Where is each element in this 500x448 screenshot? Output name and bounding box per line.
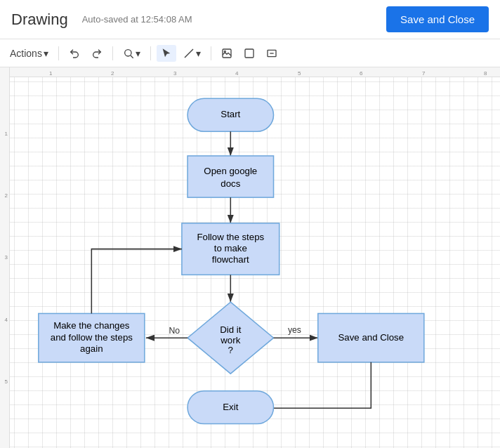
make-changes-label3: again bbox=[80, 343, 103, 354]
did-it-work-label2: work bbox=[220, 335, 240, 345]
actions-menu-button[interactable]: Actions ▾ bbox=[6, 45, 53, 62]
open-google-docs-node[interactable] bbox=[188, 156, 273, 197]
svg-rect-5 bbox=[245, 49, 254, 58]
ruler-left: 1 2 3 4 5 bbox=[0, 67, 10, 448]
canvas-area[interactable]: 1 2 3 4 5 6 7 8 1 2 3 4 5 Start bbox=[0, 67, 500, 448]
redo-button[interactable] bbox=[87, 45, 107, 62]
make-changes-label1: Make the changes bbox=[53, 320, 130, 331]
toolbar-separator-3 bbox=[150, 46, 151, 60]
follow-steps-label1: Follow the steps bbox=[197, 232, 264, 242]
flowchart-diagram[interactable]: Start Open google docs Follow the steps … bbox=[10, 77, 500, 448]
toolbar: Actions ▾ ▾ ▾ bbox=[0, 39, 500, 67]
make-changes-label2: and follow the steps bbox=[51, 332, 133, 343]
arrow-makechanges-to-followsteps bbox=[91, 249, 182, 314]
follow-steps-label3: flowchart bbox=[212, 254, 249, 265]
did-it-work-label1: Did it bbox=[220, 324, 242, 335]
toolbar-separator-1 bbox=[58, 46, 59, 60]
no-label: No bbox=[169, 326, 180, 336]
image-tool-button[interactable] bbox=[217, 45, 237, 62]
ruler-top: 1 2 3 4 5 6 7 8 bbox=[0, 67, 500, 77]
textbox-tool-button[interactable] bbox=[262, 45, 282, 62]
line-tool-button[interactable]: ▾ bbox=[179, 45, 205, 62]
app-title: Drawing bbox=[11, 11, 68, 29]
toolbar-separator-4 bbox=[211, 46, 211, 60]
open-google-docs-label2: docs bbox=[221, 178, 240, 189]
header: Drawing Auto-saved at 12:54:08 AM Save a… bbox=[0, 0, 500, 39]
shape-tool-button[interactable] bbox=[239, 45, 259, 62]
autosave-status: Auto-saved at 12:54:08 AM bbox=[82, 14, 192, 25]
save-and-close-button[interactable]: Save and Close bbox=[386, 6, 489, 32]
toolbar-separator-2 bbox=[112, 46, 113, 60]
zoom-button[interactable]: ▾ bbox=[119, 45, 145, 62]
start-node-label: Start bbox=[221, 109, 240, 119]
undo-button[interactable] bbox=[65, 45, 84, 62]
yes-label: yes bbox=[288, 325, 301, 335]
svg-line-2 bbox=[185, 49, 193, 58]
open-google-docs-label: Open google bbox=[204, 166, 257, 176]
svg-point-0 bbox=[125, 49, 131, 55]
svg-line-1 bbox=[131, 55, 133, 58]
follow-steps-label2: to make bbox=[214, 243, 247, 253]
save-and-close-label: Save and Close bbox=[338, 332, 404, 343]
exit-label: Exit bbox=[223, 402, 238, 412]
did-it-work-label3: ? bbox=[228, 345, 233, 355]
select-tool-button[interactable] bbox=[157, 45, 176, 62]
